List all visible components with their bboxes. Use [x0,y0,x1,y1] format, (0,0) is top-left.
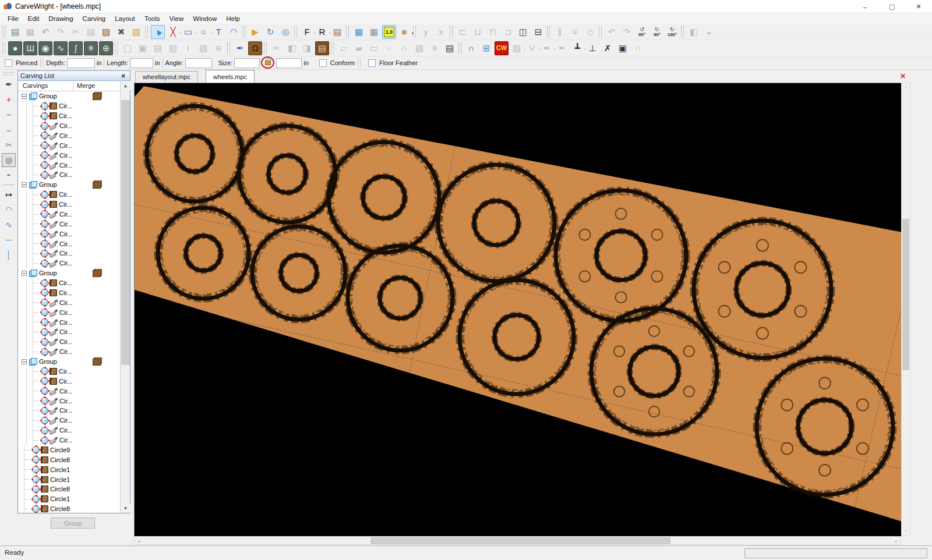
cut-icon[interactable]: ✂ [69,25,83,39]
shell-carve-icon[interactable]: ∩ [397,41,411,55]
dome-shape-tool-icon[interactable]: ◓ [2,168,16,182]
tslot-tool-icon[interactable]: ┻▾ [570,41,584,55]
texture-icon[interactable]: ≋ [211,41,225,55]
list-scroll-down-icon[interactable]: ▼ [121,504,130,513]
tree-item-row[interactable]: Cir... [27,219,120,229]
menu-carving[interactable]: Carving [78,14,111,23]
size-lock-icon[interactable] [262,57,274,69]
cw-store-icon[interactable]: CW [495,41,509,55]
grid-tool-icon[interactable]: ▦ [367,25,381,39]
mirror-vertical-icon[interactable]: ◒ [702,25,716,39]
pattern-book-icon[interactable]: ▤ [315,41,329,55]
puff-2-icon[interactable]: ▣ [136,41,150,55]
tree-item-row[interactable]: Cir... [27,140,120,150]
hscroll-left-icon[interactable]: ‹ [135,537,144,545]
hscroll-thumb[interactable] [370,537,670,544]
tree-item-row[interactable]: Cir... [27,386,120,396]
tree-item-row[interactable]: Cir... [27,101,120,111]
grid-crosshair-tool-icon[interactable]: ▦ [352,25,366,39]
tree-item-row[interactable]: Cir... [27,258,120,268]
menu-drawing[interactable]: Drawing [44,14,77,23]
rotate-ccw-icon[interactable]: ↶ [605,25,619,39]
distribute-horizontal-icon[interactable]: ∥ [553,25,567,39]
carve-sweep-icon[interactable]: ∿▾ [54,41,68,55]
menu-tools[interactable]: Tools [140,14,165,23]
remove-point-tool-icon[interactable]: − [2,108,16,122]
carve-curve-icon[interactable]: ʃ [69,41,83,55]
carve-dome-icon[interactable]: ● [8,41,22,55]
flip-a-icon[interactable]: ◧ [285,41,299,55]
menu-edit[interactable]: Edit [23,14,44,23]
tree-expander-icon[interactable] [22,182,27,187]
zoom-tool-icon[interactable]: ◎ [278,25,292,39]
tree-item-row[interactable]: Cir... [27,249,120,258]
size-width-input[interactable] [234,58,260,68]
tree-item-row[interactable]: Circle9 [18,445,120,455]
rotate-free-icon[interactable]: ◇ [583,25,597,39]
material-tool-dropdown-icon[interactable]: ▾ [412,31,414,35]
conform-checkbox[interactable] [319,59,327,67]
pattern-folder-icon[interactable]: ▨ [412,41,426,55]
distribute-vertical-icon[interactable]: ≡ [568,25,582,39]
tree-group-row[interactable]: Group [18,357,120,367]
rotate-90-ccw-icon[interactable]: ↺90° [635,25,649,39]
tree-group-row[interactable]: Group [18,91,120,101]
tree-item-row[interactable]: Cir... [27,131,120,141]
tree-item-row[interactable]: Cir... [27,200,120,210]
new-file-icon[interactable]: ▤ [8,25,22,39]
interlock-icon[interactable]: I [181,41,195,55]
minimize-button[interactable]: – [852,0,878,13]
open-file-icon[interactable]: ▧ [129,25,143,39]
drill-tool-icon[interactable]: ✒ [233,41,247,55]
keyhole-tool-icon[interactable]: Ω [248,41,262,55]
tree-expander-icon[interactable] [22,359,27,364]
tree-item-row[interactable]: Cir... [27,210,120,219]
tree-item-row[interactable]: Cir... [27,288,120,298]
tree-item-row[interactable]: Cir... [27,239,120,249]
align-y-icon[interactable]: y [419,25,433,39]
list-scroll-thumb[interactable] [121,100,130,365]
arc-segment-tool-icon[interactable]: ◠ [2,203,16,217]
tab-wheellayout-mpc[interactable]: wheellayout.mpc [135,71,198,83]
list-scroll-up-icon[interactable]: ▲ [121,81,130,90]
tree-item-row[interactable]: Circle1 [18,465,120,474]
tree-item-row[interactable]: Circle1 [18,474,120,484]
vscroll-down-icon[interactable]: ˇ [902,526,910,536]
align-top-icon[interactable]: ⊓ [486,25,500,39]
tree-item-row[interactable]: Cir... [27,111,120,121]
rosette-icon[interactable]: ✳ [428,41,442,55]
tree-item-row[interactable]: Cir... [27,406,120,416]
redo-icon[interactable]: ↷ [54,25,68,39]
flip-b-icon[interactable]: ◨ [300,41,314,55]
tree-item-row[interactable]: Cir... [27,160,120,170]
undo-icon[interactable]: ↶ [38,25,52,39]
pan-tool-icon[interactable]: ▶ [248,25,262,39]
rotate-180-icon[interactable]: ↻180° [665,25,679,39]
outline-pattern-icon[interactable]: ▧ [196,41,210,55]
pattern-nozzle-tool-icon[interactable]: ✒ [2,77,16,91]
vbit-tool-icon[interactable]: V▾ [525,41,539,55]
text-tool-icon[interactable]: T [211,25,225,39]
clamp-tool-icon[interactable]: ⊥ [585,41,599,55]
align-bottom-icon[interactable]: ⊔ [471,25,485,39]
tree-item-row[interactable]: Cir... [27,278,120,288]
tree-expander-icon[interactable] [22,94,27,99]
pattern-folder-2-icon[interactable]: ▨▾ [510,41,524,55]
tree-item-row[interactable]: Cir... [27,337,120,347]
tree-item-row[interactable]: Circle1 [18,494,120,504]
font-f-tool-icon[interactable]: F▾ [300,25,314,39]
cutpath-b-icon[interactable]: ▰ [352,41,366,55]
design-canvas[interactable] [134,83,901,536]
tree-item-row[interactable]: Cir... [27,435,120,445]
tree-item-row[interactable]: Cir... [27,150,120,160]
pattern-library-shell-icon[interactable]: ∩ [464,41,478,55]
tree-item-row[interactable]: Cir... [27,367,120,377]
group-button[interactable]: Group [51,518,95,529]
board-ruler-tool-icon[interactable]: ▤ [330,25,344,39]
quill-tool-2-icon[interactable]: ✒ [555,41,569,55]
tree-item-row[interactable]: Cir... [27,121,120,131]
copy-icon[interactable]: ▤ [84,25,98,39]
line-segment-tool-icon[interactable]: ↦ [2,187,16,201]
circle-tool-icon[interactable]: ○▾ [196,25,210,39]
curve-point-tool-icon[interactable]: ⌣ [2,123,16,137]
